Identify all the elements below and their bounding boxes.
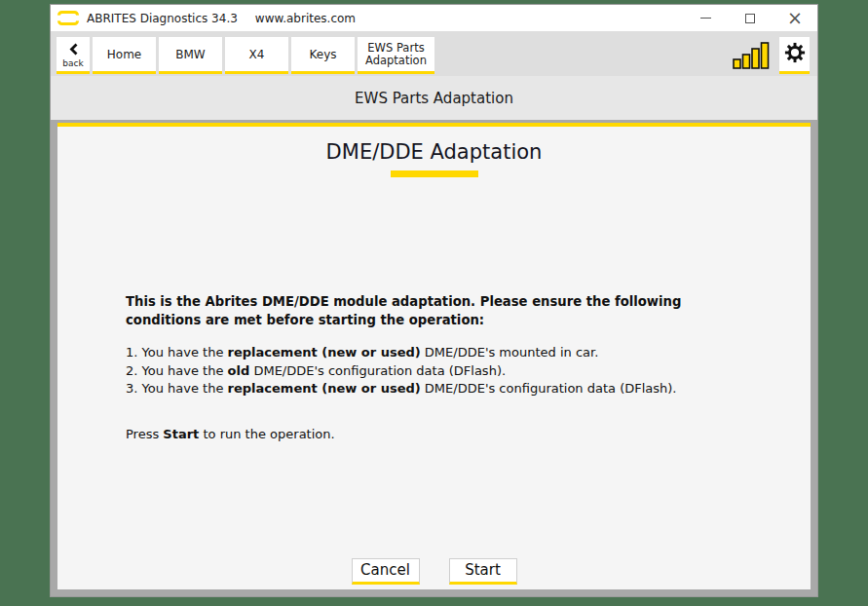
tab-label: EWS Parts Adaptation bbox=[365, 42, 427, 67]
tab-home[interactable]: Home bbox=[93, 37, 156, 74]
content-panel: DME/DDE Adaptation This is the Abrites D… bbox=[57, 123, 811, 589]
press-start-note: Press Start to run the operation. bbox=[126, 427, 752, 441]
tab-keys[interactable]: Keys bbox=[291, 37, 355, 74]
back-button-label: back bbox=[62, 59, 83, 68]
close-button[interactable]: × bbox=[773, 5, 817, 31]
page-header: EWS Parts Adaptation bbox=[51, 76, 817, 120]
tab-ews-parts-adaptation[interactable]: EWS Parts Adaptation bbox=[358, 37, 434, 74]
tab-label: X4 bbox=[249, 48, 265, 61]
chevron-left-icon bbox=[68, 43, 79, 58]
instructions: This is the Abrites DME/DDE module adapt… bbox=[57, 292, 811, 441]
window-controls: × bbox=[683, 5, 817, 31]
title-underline bbox=[391, 170, 478, 177]
list-item: 3. You have the replacement (new or used… bbox=[126, 380, 752, 398]
title-bar: ABRITES Diagnostics 34.3 www.abrites.com… bbox=[51, 5, 817, 31]
maximize-icon bbox=[745, 14, 755, 23]
tab-label: Keys bbox=[309, 48, 336, 61]
tab-bmw[interactable]: BMW bbox=[159, 37, 222, 74]
window-title: ABRITES Diagnostics 34.3 bbox=[87, 12, 238, 25]
toolbar-right bbox=[733, 37, 810, 74]
cancel-button[interactable]: Cancel bbox=[352, 558, 420, 585]
maximize-button[interactable] bbox=[728, 5, 773, 31]
app-window: ABRITES Diagnostics 34.3 www.abrites.com… bbox=[50, 4, 818, 597]
back-button[interactable]: back bbox=[57, 37, 90, 74]
minimize-icon bbox=[700, 18, 711, 19]
abrites-logo-icon bbox=[57, 11, 79, 25]
close-icon: × bbox=[787, 9, 803, 27]
toolbar: back Home BMW X4 Keys EWS Parts Adaptati… bbox=[51, 31, 817, 76]
window-url: www.abrites.com bbox=[255, 12, 356, 25]
start-button[interactable]: Start bbox=[449, 558, 517, 585]
conditions-list: 1. You have the replacement (new or used… bbox=[126, 344, 752, 398]
minimize-button[interactable] bbox=[683, 5, 728, 31]
content-frame: DME/DDE Adaptation This is the Abrites D… bbox=[51, 120, 817, 596]
dialog-buttons: Cancel Start bbox=[57, 558, 811, 585]
tab-label: BMW bbox=[175, 48, 205, 61]
list-item: 2. You have the old DME/DDE's configurat… bbox=[126, 362, 752, 381]
tab-x4[interactable]: X4 bbox=[225, 37, 288, 74]
settings-button[interactable] bbox=[779, 37, 810, 74]
gear-icon bbox=[784, 42, 806, 66]
tab-label: Home bbox=[107, 48, 141, 61]
list-item: 1. You have the replacement (new or used… bbox=[126, 344, 752, 362]
page-title: DME/DDE Adaptation bbox=[57, 140, 811, 164]
signal-strength-icon bbox=[733, 41, 772, 70]
page-header-title: EWS Parts Adaptation bbox=[355, 90, 513, 107]
intro-text: This is the Abrites DME/DDE module adapt… bbox=[126, 292, 752, 329]
